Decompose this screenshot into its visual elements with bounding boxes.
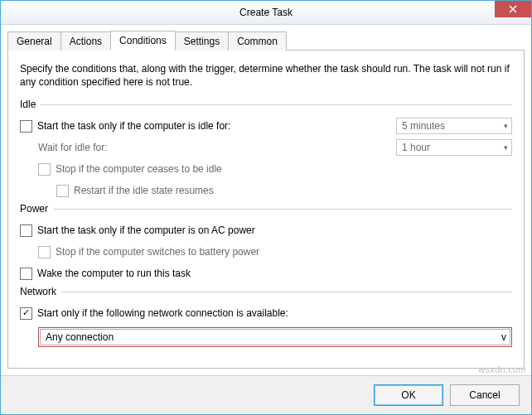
label-ac-only: Start the task only if the computer is o…: [37, 224, 255, 236]
idle-duration-value: 5 minutes: [402, 120, 445, 132]
checkbox-ac-only[interactable]: [20, 224, 32, 237]
ok-button[interactable]: OK: [374, 384, 443, 406]
dropdown-network-connection[interactable]: Any connection v: [40, 329, 510, 345]
checkbox-restart-idle[interactable]: [56, 185, 69, 197]
chevron-down-icon: ▾: [504, 143, 508, 152]
close-icon: [509, 5, 517, 13]
row-ac-only: Start the task only if the computer is o…: [20, 221, 512, 239]
row-start-if-idle: Start the task only if the computer is i…: [20, 117, 512, 135]
row-start-if-net: Start only if the following network conn…: [20, 304, 512, 322]
description-text: Specify the conditions that, along with …: [20, 62, 512, 89]
row-stop-on-battery: Stop if the computer switches to battery…: [38, 243, 512, 261]
row-restart-idle: Restart if the idle state resumes: [56, 181, 512, 200]
label-start-if-net: Start only if the following network conn…: [37, 307, 288, 319]
dropdown-idle-duration[interactable]: 5 minutes ▾: [396, 118, 512, 134]
window-title: Create Task: [239, 7, 293, 18]
chevron-down-icon: v: [501, 331, 506, 343]
dialog-footer: OK Cancel: [1, 375, 531, 414]
tab-settings[interactable]: Settings: [175, 31, 229, 51]
network-connection-value: Any connection: [46, 331, 114, 343]
network-header: Network: [20, 286, 61, 297]
row-stop-if-not-idle: Stop if the computer ceases to be idle: [38, 160, 512, 178]
network-combo-highlight: Any connection v: [38, 327, 512, 347]
label-wait-for-idle: Wait for idle for:: [38, 142, 266, 153]
tab-general[interactable]: General: [7, 31, 61, 51]
tab-common[interactable]: Common: [228, 31, 287, 51]
label-restart-idle: Restart if the idle state resumes: [74, 185, 214, 196]
row-wait-for-idle: Wait for idle for: 1 hour ▾: [38, 138, 512, 157]
checkbox-start-if-net[interactable]: [20, 307, 32, 320]
conditions-panel: Specify the conditions that, along with …: [7, 50, 525, 369]
checkbox-wake[interactable]: [20, 268, 32, 280]
create-task-window: Create Task General Actions Conditions S…: [0, 0, 532, 415]
tabstrip: General Actions Conditions Settings Comm…: [1, 25, 531, 50]
checkbox-start-if-idle[interactable]: [20, 120, 32, 133]
checkbox-stop-on-battery[interactable]: [38, 246, 51, 258]
row-wake: Wake the computer to run this task: [20, 264, 512, 282]
dropdown-idle-wait[interactable]: 1 hour ▾: [396, 139, 512, 156]
idle-header: Idle: [20, 99, 41, 110]
checkbox-stop-if-not-idle[interactable]: [38, 163, 51, 176]
cancel-button[interactable]: Cancel: [450, 384, 520, 406]
chevron-down-icon: ▾: [504, 122, 508, 130]
section-power: Power: [20, 203, 512, 215]
tab-actions[interactable]: Actions: [60, 31, 111, 51]
close-button[interactable]: [495, 1, 531, 17]
tab-conditions[interactable]: Conditions: [110, 31, 176, 51]
section-idle: Idle: [20, 99, 512, 110]
label-wake: Wake the computer to run this task: [37, 268, 191, 279]
label-start-if-idle: Start the task only if the computer is i…: [37, 120, 230, 132]
label-stop-on-battery: Stop if the computer switches to battery…: [56, 246, 259, 258]
idle-wait-value: 1 hour: [402, 142, 430, 153]
titlebar: Create Task: [1, 1, 531, 25]
section-network: Network: [20, 286, 512, 297]
power-header: Power: [20, 203, 53, 215]
label-stop-if-not-idle: Stop if the computer ceases to be idle: [56, 163, 222, 175]
